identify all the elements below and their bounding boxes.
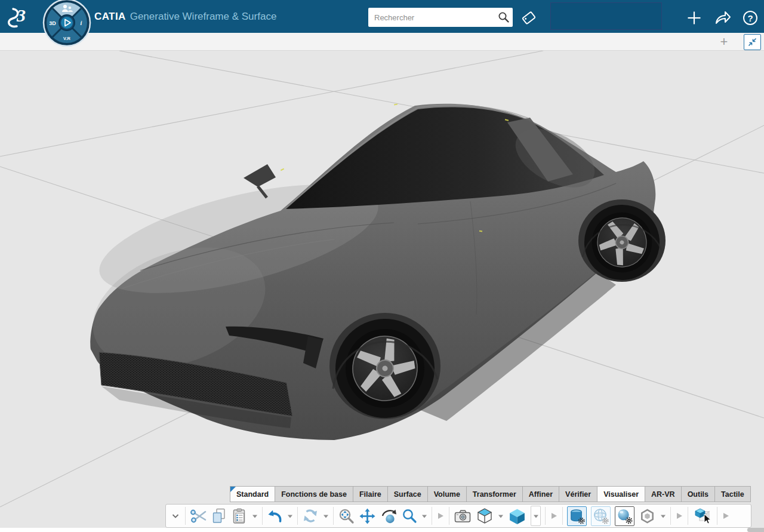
toolbar-separator: [333, 507, 334, 525]
tab-fonctions-de-base[interactable]: Fonctions de base: [275, 486, 353, 502]
tab-visualiser[interactable]: Visualiser: [597, 486, 645, 502]
search-box: [368, 8, 513, 27]
tab-transformer[interactable]: Transformer: [466, 486, 523, 502]
tab-surface[interactable]: Surface: [387, 486, 428, 502]
paste-dropdown-icon[interactable]: [252, 513, 258, 519]
more-render-commands-icon[interactable]: [550, 511, 558, 521]
help-glyph: ?: [747, 13, 753, 23]
compass-i-label[interactable]: i: [81, 20, 82, 26]
compass-vr-label[interactable]: V.R: [63, 36, 70, 41]
hide-show-box-icon[interactable]: [692, 506, 713, 525]
toolbar-separator: [262, 507, 263, 525]
undo-dropdown-icon[interactable]: [287, 513, 293, 519]
realistic-rendering-button[interactable]: [615, 506, 634, 526]
sectioning-icon[interactable]: [639, 508, 656, 525]
shading-with-material-button[interactable]: [567, 506, 587, 526]
copy-icon[interactable]: [211, 508, 227, 524]
tab-verifier[interactable]: Vérifier: [559, 486, 597, 502]
zoom-icon[interactable]: [402, 508, 417, 524]
top-bar: 3 CATIA Generative Wireframe & Surface: [0, 0, 764, 33]
share-icon[interactable]: [713, 8, 733, 28]
action-bar-tabs: Standard Fonctions de base Filaire Surfa…: [230, 486, 751, 502]
tab-affiner[interactable]: Affiner: [522, 486, 559, 502]
add-tab-icon[interactable]: +: [716, 34, 732, 50]
search-icon[interactable]: [495, 8, 513, 26]
view-cube-dropdown-button[interactable]: [531, 506, 541, 526]
window-title: CATIA Generative Wireframe & Surface: [94, 0, 276, 33]
zoom-dropdown-icon[interactable]: [421, 513, 427, 519]
add-content-icon[interactable]: [684, 8, 704, 28]
toolbar-separator: [670, 507, 671, 525]
toolbar-separator: [688, 507, 688, 525]
car-3d-model[interactable]: [76, 103, 675, 440]
tab-filaire[interactable]: Filaire: [353, 486, 388, 502]
toolbar-separator: [449, 507, 449, 525]
horizontal-scrollbar-fragment[interactable]: [747, 528, 764, 532]
toolbar-separator: [545, 507, 546, 525]
paste-icon[interactable]: [231, 508, 248, 524]
wireframe-shading-button[interactable]: [591, 506, 611, 526]
collapse-window-button[interactable]: [744, 34, 761, 50]
secondary-bar: [0, 33, 764, 51]
rotate-icon[interactable]: [380, 508, 398, 524]
more-commands-icon[interactable]: [722, 511, 730, 521]
tab-ar-vr[interactable]: AR-VR: [645, 486, 682, 502]
iso-view-dropdown-icon[interactable]: [498, 513, 504, 519]
view-cube-icon[interactable]: [508, 507, 526, 525]
toolbar-separator: [562, 507, 563, 525]
tab-outils[interactable]: Outils: [681, 486, 715, 502]
search-input[interactable]: [368, 13, 495, 22]
app-name: CATIA: [94, 11, 126, 23]
capture-icon[interactable]: [454, 508, 472, 524]
update-icon[interactable]: [302, 508, 319, 524]
docked-panel-area: [550, 2, 662, 30]
sectioning-dropdown-icon[interactable]: [660, 513, 666, 519]
tab-volume[interactable]: Volume: [427, 486, 467, 502]
help-icon[interactable]: ?: [740, 8, 760, 28]
iso-view-icon[interactable]: [476, 507, 494, 525]
toolbar-separator: [432, 507, 432, 525]
pan-icon[interactable]: [359, 508, 376, 525]
toolbar-separator: [185, 507, 186, 525]
more-view-commands-icon[interactable]: [436, 511, 445, 521]
bottom-strip: [0, 528, 764, 532]
tab-standard[interactable]: Standard: [230, 486, 275, 502]
toolbar-separator: [297, 507, 298, 525]
collapse-toolbar-icon[interactable]: [170, 511, 181, 521]
workbench-name: Generative Wireframe & Surface: [130, 11, 277, 23]
3dexperience-compass[interactable]: 3D i V.R: [42, 0, 92, 48]
tag-icon[interactable]: [518, 8, 540, 28]
dassault-3ds-logo[interactable]: 3: [4, 2, 37, 31]
more-section-commands-icon[interactable]: [675, 511, 683, 521]
tab-tactile[interactable]: Tactile: [714, 486, 751, 502]
3d-viewport[interactable]: [0, 51, 764, 532]
toolbar-separator: [717, 507, 717, 525]
undo-icon[interactable]: [267, 509, 283, 523]
cut-icon[interactable]: [190, 508, 207, 524]
fit-all-in-icon[interactable]: [338, 508, 355, 524]
action-toolbar: [165, 504, 751, 528]
update-dropdown-icon[interactable]: [323, 513, 329, 519]
compass-3d-label[interactable]: 3D: [49, 20, 56, 26]
